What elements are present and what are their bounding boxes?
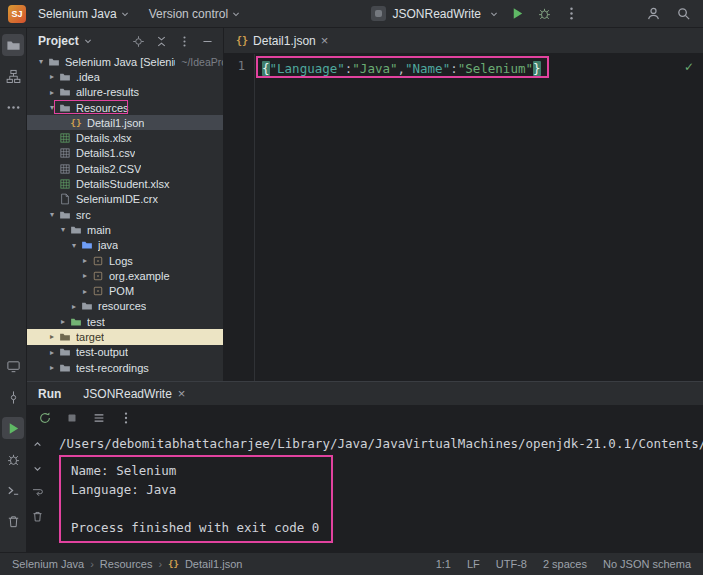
chevron-collapsed-icon[interactable]: ▸ xyxy=(46,332,58,341)
chevron-collapsed-icon[interactable]: ▸ xyxy=(57,317,69,326)
inspection-check-icon: ✓ xyxy=(684,60,694,74)
tree-item-target[interactable]: ▸target xyxy=(27,329,223,344)
editor-area: {} Detail1.json × 1 {"Language":"Java","… xyxy=(224,28,703,381)
rerun-icon[interactable] xyxy=(37,410,53,426)
tree-item-details-xlsx[interactable]: Details.xlsx xyxy=(27,130,223,145)
tree-item-org-example[interactable]: ▸org.example xyxy=(27,268,223,283)
scroll-up-icon[interactable] xyxy=(30,437,45,452)
chevron-collapsed-icon[interactable]: ▸ xyxy=(79,256,91,265)
chevron-collapsed-icon[interactable]: ▸ xyxy=(79,287,91,296)
tree-item-label: main xyxy=(87,224,111,236)
chevron-expanded-icon[interactable]: ▾ xyxy=(46,103,58,112)
locate-file-icon[interactable] xyxy=(130,33,146,49)
view-options-icon[interactable] xyxy=(91,410,107,426)
breadcrumb-folder[interactable]: Resources xyxy=(100,558,153,570)
tree-item-selenium-java-seleniumjava[interactable]: ▾Selenium Java [SeleniumJava]~/IdeaProj.… xyxy=(27,54,223,69)
package-file-icon xyxy=(91,254,105,267)
project-tool-icon[interactable] xyxy=(2,34,24,56)
scroll-down-icon[interactable] xyxy=(30,461,45,476)
project-menu-label: Selenium Java xyxy=(38,7,117,21)
editor-tab[interactable]: {} Detail1.json × xyxy=(226,28,338,53)
chevron-collapsed-icon[interactable]: ▸ xyxy=(46,348,58,357)
delete-icon[interactable] xyxy=(2,510,24,532)
chevron-down-icon xyxy=(488,8,500,20)
chevron-expanded-icon[interactable]: ▾ xyxy=(35,57,47,66)
clear-console-icon[interactable] xyxy=(30,509,45,524)
run-button[interactable] xyxy=(507,4,527,24)
line-ending[interactable]: LF xyxy=(467,558,480,570)
run-tab[interactable]: JSONReadWrite × xyxy=(75,382,193,405)
tree-item-test-output[interactable]: ▸test-output xyxy=(27,345,223,360)
tree-item-label: SeleniumIDE.crx xyxy=(76,193,158,205)
tree-item-label: src xyxy=(76,209,91,221)
hide-panel-icon[interactable] xyxy=(199,33,215,49)
tree-item-src[interactable]: ▾src xyxy=(27,207,223,222)
more-actions-icon[interactable] xyxy=(561,4,581,24)
tree-item-details1-csv[interactable]: Details1.csv xyxy=(27,146,223,161)
vcs-tool-icon[interactable] xyxy=(2,386,24,408)
tree-item-idea[interactable]: ▸.idea xyxy=(27,69,223,84)
tree-item-label: .idea xyxy=(76,71,100,83)
tree-item-allure-results[interactable]: ▸allure-results xyxy=(27,85,223,100)
csv-file-icon xyxy=(58,147,72,160)
tree-item-label: POM xyxy=(109,285,134,297)
close-tab-icon[interactable]: × xyxy=(321,34,329,47)
tree-item-resources[interactable]: ▾Resources xyxy=(27,100,223,115)
chevron-expanded-icon[interactable]: ▾ xyxy=(46,210,58,219)
editor-tabbar: {} Detail1.json × xyxy=(224,28,703,54)
tree-item-java[interactable]: ▾java xyxy=(27,238,223,253)
tree-item-pom[interactable]: ▸POM xyxy=(27,283,223,298)
project-menu[interactable]: Selenium Java xyxy=(32,5,137,23)
debug-button[interactable] xyxy=(534,4,554,24)
code-area[interactable]: {"Language":"Java","Name":"Selenium"} xyxy=(255,54,703,381)
tree-item-label: Selenium Java [SeleniumJava] xyxy=(65,56,175,68)
chevron-expanded-icon[interactable]: ▾ xyxy=(57,225,69,234)
services-tool-icon[interactable] xyxy=(2,355,24,377)
more-options-icon[interactable] xyxy=(118,410,134,426)
tree-item-resources[interactable]: ▸resources xyxy=(27,299,223,314)
version-control-label: Version control xyxy=(149,7,228,21)
run-config-selector[interactable]: JSONReadWrite xyxy=(393,7,481,21)
search-icon[interactable] xyxy=(673,4,693,24)
terminal-tool-icon[interactable] xyxy=(2,479,24,501)
version-control-menu[interactable]: Version control xyxy=(143,5,248,23)
indent-size[interactable]: 2 spaces xyxy=(543,558,587,570)
collapse-all-icon[interactable] xyxy=(153,33,169,49)
tree-item-seleniumide-crx[interactable]: SeleniumIDE.crx xyxy=(27,192,223,207)
console-body[interactable]: /Users/debomitabhattacharjee/Library/Jav… xyxy=(47,430,703,552)
folder-icon xyxy=(58,86,72,99)
breadcrumb-file[interactable]: Detail1.json xyxy=(185,558,242,570)
caret-position[interactable]: 1:1 xyxy=(436,558,451,570)
more-tool-windows-icon[interactable] xyxy=(2,96,24,118)
user-icon[interactable] xyxy=(643,4,663,24)
package-file-icon xyxy=(91,285,105,298)
chevron-collapsed-icon[interactable]: ▸ xyxy=(68,302,80,311)
chevron-expanded-icon[interactable]: ▾ xyxy=(68,241,80,250)
chevron-collapsed-icon[interactable]: ▸ xyxy=(79,271,91,280)
panel-options-icon[interactable] xyxy=(176,33,192,49)
run-tool-icon[interactable] xyxy=(2,417,24,439)
tree-item-detail1-json[interactable]: {}Detail1.json xyxy=(27,115,223,130)
chevron-collapsed-icon[interactable]: ▸ xyxy=(46,72,58,81)
tree-item-main[interactable]: ▾main xyxy=(27,222,223,237)
soft-wrap-icon[interactable] xyxy=(30,485,45,500)
tree-item-detailsstudent-xlsx[interactable]: DetailsStudent.xlsx xyxy=(27,176,223,191)
tree-item-details2-csv[interactable]: Details2.CSV xyxy=(27,161,223,176)
project-panel-title[interactable]: Project xyxy=(38,34,79,48)
folder-icon xyxy=(58,330,72,343)
close-tab-icon[interactable]: × xyxy=(178,387,186,400)
file-encoding[interactable]: UTF-8 xyxy=(496,558,527,570)
structure-tool-icon[interactable] xyxy=(2,65,24,87)
chevron-collapsed-icon[interactable]: ▸ xyxy=(46,363,58,372)
tree-item-test[interactable]: ▸test xyxy=(27,314,223,329)
debug-tool-icon[interactable] xyxy=(2,448,24,470)
strip-bottom xyxy=(2,355,24,532)
chevron-collapsed-icon[interactable]: ▸ xyxy=(46,88,58,97)
breadcrumb-project[interactable]: Selenium Java xyxy=(12,558,84,570)
tree-item-logs[interactable]: ▸Logs xyxy=(27,253,223,268)
json-schema-status[interactable]: No JSON schema xyxy=(603,558,691,570)
ide-window: SJ Selenium Java Version control JSONRea… xyxy=(0,0,703,575)
stop-icon[interactable] xyxy=(64,410,80,426)
tree-item-test-recordings[interactable]: ▸test-recordings xyxy=(27,360,223,375)
run-panel-title[interactable]: Run xyxy=(38,387,61,401)
